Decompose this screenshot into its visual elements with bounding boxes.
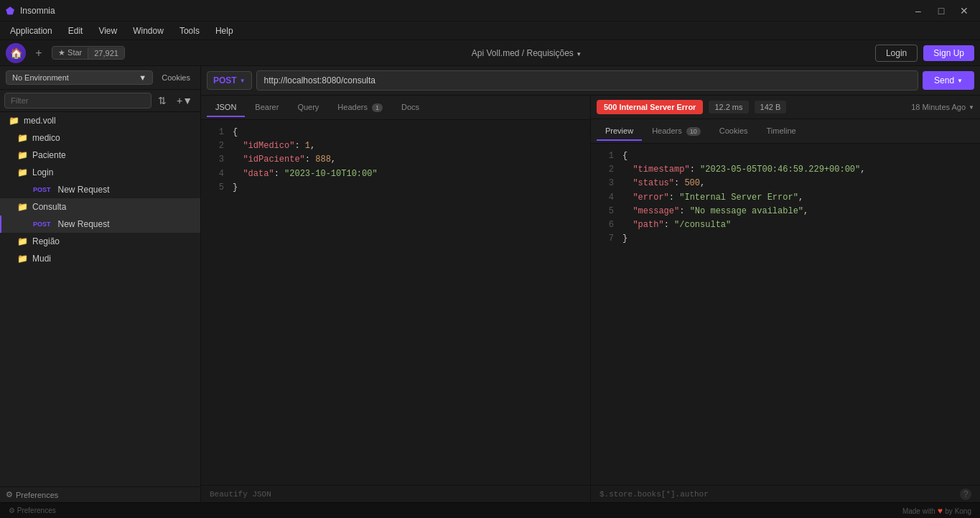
beautify-json-button[interactable]: Beautify JSON <box>210 490 271 499</box>
folder-medico[interactable]: 📁 medico <box>0 129 200 147</box>
menu-window[interactable]: Window <box>126 24 171 37</box>
request-name: New Request <box>58 219 110 229</box>
folder-name: Paciente <box>32 150 66 160</box>
folder-login[interactable]: 📁 Login <box>0 164 200 181</box>
code-line: 2 "timestamp": "2023-05-05T00:46:59.229+… <box>591 163 980 177</box>
folder-med-voll[interactable]: 📁 med.voll <box>0 112 200 129</box>
folder-mudi[interactable]: 📁 Mudi <box>0 250 200 267</box>
send-label: Send <box>934 75 954 85</box>
response-tab-bar: Preview Headers 10 Cookies Timeline <box>591 119 980 144</box>
cookies-button[interactable]: Cookies <box>157 72 195 83</box>
folder-consulta[interactable]: 📁 Consulta <box>0 198 200 216</box>
tab-query[interactable]: Query <box>289 98 327 117</box>
request-consulta-new[interactable]: POST New Request <box>0 216 200 233</box>
help-icon[interactable]: ? <box>960 489 971 500</box>
request-name: New Request <box>58 185 110 195</box>
tab-bearer[interactable]: Bearer <box>246 98 287 117</box>
app-top-bar: 🏠 + ★ Star 27,921 Api Voll.med / Requisi… <box>0 40 980 66</box>
login-button[interactable]: Login <box>875 45 918 62</box>
response-header-bar: 500 Internal Server Error 12.2 ms 142 B … <box>591 96 980 119</box>
env-label: No Environment <box>12 73 69 82</box>
tab-cookies-response[interactable]: Cookies <box>711 122 757 141</box>
response-headers-count-badge: 10 <box>686 127 701 136</box>
star-button[interactable]: ★ Star <box>52 47 88 59</box>
folder-paciente[interactable]: 📁 Paciente <box>0 147 200 164</box>
code-line: 5 "message": "No message available", <box>591 205 980 218</box>
folder-icon: 📁 <box>17 254 28 264</box>
method-selector[interactable]: POST ▼ <box>207 71 252 90</box>
collection-name: Requisições <box>527 48 574 58</box>
sidebar: No Environment ▼ Cookies ⇅ +▼ 📁 med.voll… <box>0 66 201 502</box>
response-timestamp: 18 Minutes Ago ▼ <box>911 103 974 111</box>
menu-edit[interactable]: Edit <box>61 24 90 37</box>
request-login-new[interactable]: POST New Request <box>0 181 200 198</box>
filter-input[interactable] <box>4 93 151 108</box>
url-input[interactable] <box>256 70 918 91</box>
top-right: Login Sign Up <box>875 45 974 62</box>
app-logo-button[interactable]: 🏠 <box>6 43 26 63</box>
add-workspace-button[interactable]: + <box>32 46 46 60</box>
method-chevron-icon: ▼ <box>240 78 246 84</box>
app-footer: ⚙ Preferences Made with ♥ by Kong <box>0 502 980 518</box>
add-request-button[interactable]: +▼ <box>173 93 196 108</box>
folder-regiao[interactable]: 📁 Região <box>0 233 200 250</box>
request-body-editor[interactable]: 1 { 2 "idMedico": 1, 3 "idPaciente": 888… <box>201 120 590 485</box>
send-button[interactable]: Send ▼ <box>923 71 974 90</box>
response-bottom-bar: $.store.books[*].author ? <box>591 485 980 502</box>
menu-application[interactable]: Application <box>3 24 60 37</box>
editor-bottom-bar: Beautify JSON <box>201 485 590 502</box>
star-widget: ★ Star 27,921 <box>52 46 125 60</box>
folder-icon: 📁 <box>17 236 28 246</box>
folder-name: medico <box>32 133 60 143</box>
jsonpath-input[interactable]: $.store.books[*].author <box>599 490 709 499</box>
status-badge: 500 Internal Server Error <box>597 100 703 114</box>
folder-name: med.voll <box>24 116 56 126</box>
menu-bar: Application Edit View Window Tools Help <box>0 22 980 40</box>
folder-icon: 📁 <box>9 116 19 126</box>
folder-name: Login <box>32 167 53 177</box>
close-button[interactable]: ✕ <box>954 4 974 18</box>
code-line: 3 "status": 500, <box>591 177 980 190</box>
folder-icon: 📁 <box>17 150 28 160</box>
code-line: 3 "idPaciente": 888, <box>201 153 590 167</box>
sidebar-toolbar: ⇅ +▼ <box>0 90 200 112</box>
menu-tools[interactable]: Tools <box>172 24 207 37</box>
sort-button[interactable]: ⇅ <box>154 93 170 108</box>
signup-button[interactable]: Sign Up <box>923 45 974 61</box>
workspace-name: Api Voll.med <box>472 48 520 58</box>
method-badge-post: POST <box>30 185 54 194</box>
code-line: 5 } <box>201 181 590 195</box>
gear-icon: ⚙ <box>6 490 13 499</box>
footer-left: ⚙ Preferences <box>9 507 56 514</box>
tab-docs[interactable]: Docs <box>393 98 428 117</box>
timestamp-chevron-icon: ▼ <box>969 104 974 111</box>
menu-view[interactable]: View <box>91 24 124 37</box>
response-size: 142 B <box>755 101 787 114</box>
workspace-header: Api Voll.med / Requisições ▼ <box>178 48 875 58</box>
environment-selector[interactable]: No Environment ▼ <box>6 70 153 85</box>
app-title: Insomnia <box>20 6 55 16</box>
star-count: 27,921 <box>88 47 124 59</box>
folder-name: Mudi <box>32 254 51 264</box>
folder-icon: 📁 <box>17 202 28 212</box>
tab-preview[interactable]: Preview <box>597 122 642 141</box>
minimize-button[interactable]: – <box>908 4 928 18</box>
chevron-down-icon: ▼ <box>576 51 582 57</box>
preferences-footer[interactable]: ⚙ Preferences <box>9 507 56 514</box>
tab-headers-response[interactable]: Headers 10 <box>643 122 709 141</box>
code-line: 1 { <box>591 149 980 163</box>
tab-headers[interactable]: Headers 1 <box>329 98 391 117</box>
tab-json[interactable]: JSON <box>207 98 245 117</box>
editor-panel: JSON Bearer Query Headers 1 Docs 1 { <box>201 96 591 502</box>
title-bar: ⬟ Insomnia – □ ✕ <box>0 0 980 22</box>
maximize-button[interactable]: □ <box>931 4 951 18</box>
request-bar: POST ▼ Send ▼ <box>201 66 980 96</box>
send-button-group: Send ▼ <box>923 71 974 90</box>
menu-help[interactable]: Help <box>208 24 241 37</box>
folder-name: Consulta <box>32 202 66 212</box>
workspace-selector[interactable]: Api Voll.med / Requisições ▼ <box>472 48 582 58</box>
folder-icon: 📁 <box>17 133 28 143</box>
response-time: 12.2 ms <box>709 101 748 114</box>
tab-timeline[interactable]: Timeline <box>758 122 805 141</box>
preferences-button[interactable]: ⚙ Preferences <box>6 490 58 499</box>
